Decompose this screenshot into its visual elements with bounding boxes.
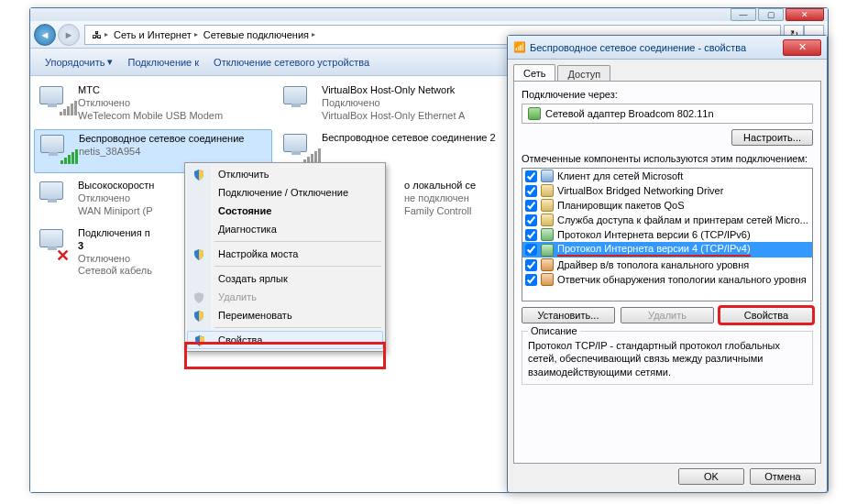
components-list[interactable]: Клиент для сетей Microsoft VirtualBox Br… <box>522 168 813 301</box>
tab-body: Подключение через: Сетевой адаптер Broad… <box>513 81 821 464</box>
component-item[interactable]: Ответчик обнаружения топологии канальног… <box>522 272 812 287</box>
connection-name: о локальной се <box>404 180 476 192</box>
ctx-create-shortcut[interactable]: Создать ярлык <box>187 269 383 288</box>
shield-icon <box>192 291 205 304</box>
driver-icon <box>541 258 554 271</box>
connection-status: Отключено <box>78 253 152 266</box>
service-icon <box>541 214 554 226</box>
ok-button[interactable]: OK <box>678 468 744 485</box>
component-checkbox[interactable] <box>525 259 537 271</box>
connection-status: не подключен <box>404 192 476 205</box>
component-checkbox[interactable] <box>525 229 537 241</box>
back-button[interactable]: ◄ <box>34 24 56 46</box>
forward-button[interactable]: ► <box>58 24 80 46</box>
ctx-delete: Удалить <box>187 288 383 306</box>
connection-device: Сетевой кабель <box>78 265 152 278</box>
wireless-icon: 📶 <box>513 41 526 53</box>
adapter-icon <box>528 107 541 120</box>
connection-name: VirtualBox Host-Only Network <box>322 84 465 97</box>
highlight-annotation <box>184 342 386 369</box>
protocol-icon <box>541 244 554 257</box>
connection-status: netis_38A954 <box>79 146 244 159</box>
component-item-selected[interactable]: Протокол Интернета версии 4 (TCP/IPv4) <box>522 242 812 257</box>
component-item[interactable]: Клиент для сетей Microsoft <box>522 169 812 183</box>
connection-status: Отключено <box>78 192 154 205</box>
maximize-button[interactable]: ▢ <box>758 8 784 21</box>
component-item[interactable]: Драйвер в/в тополога канального уровня <box>522 257 812 272</box>
connection-icon: ✕ <box>38 227 74 264</box>
cancel-button[interactable]: Отмена <box>750 468 816 485</box>
components-label: Отмеченные компоненты используются этим … <box>522 153 813 164</box>
dialog-title: Беспроводное сетевое соединение - свойст… <box>530 42 746 53</box>
client-icon <box>541 170 554 182</box>
error-icon: ✕ <box>56 246 70 266</box>
properties-dialog: 📶Беспроводное сетевое соединение - свойс… <box>507 35 828 493</box>
description-text: Протокол TCP/IP - стандартный протокол г… <box>528 339 807 378</box>
component-checkbox[interactable] <box>525 185 537 197</box>
service-icon <box>541 184 554 197</box>
explorer-titlebar: — ▢ ✕ <box>30 8 828 21</box>
ctx-bridge[interactable]: Настройка моста <box>187 245 383 263</box>
breadcrumb-item[interactable]: Сеть и Интернет <box>114 29 192 40</box>
tab-network[interactable]: Сеть <box>513 64 555 82</box>
component-item[interactable]: VirtualBox Bridged Networking Driver <box>522 183 812 198</box>
ctx-rename[interactable]: Переименовать <box>187 306 383 324</box>
connect-to-menu[interactable]: Подключение к <box>120 53 206 71</box>
shield-icon <box>192 169 205 181</box>
install-button[interactable]: Установить... <box>522 307 615 323</box>
connection-status: Подключено <box>322 97 465 110</box>
connection-device: VirtualBox Host-Only Ethernet A <box>322 110 465 123</box>
connection-status: Отключено <box>78 97 223 110</box>
connection-device: Family Controll <box>404 205 476 218</box>
tab-strip: Сеть Доступ <box>508 60 827 81</box>
connection-label: 3 <box>78 240 152 253</box>
component-checkbox[interactable] <box>525 214 537 226</box>
component-checkbox[interactable] <box>525 200 537 212</box>
minimize-button[interactable]: — <box>731 8 756 21</box>
connection-name: Высокоскоростн <box>78 180 154 192</box>
connection-device: WeTelecom Mobile USB Modem <box>78 110 223 123</box>
dialog-titlebar: 📶Беспроводное сетевое соединение - свойс… <box>508 36 827 60</box>
dialog-close-button[interactable]: ✕ <box>783 39 821 56</box>
component-item[interactable]: Планировщик пакетов QoS <box>522 198 812 213</box>
connection-name: Беспроводное сетевое соединение 2 <box>322 132 496 145</box>
uninstall-button: Удалить <box>621 307 714 323</box>
ctx-disable[interactable]: Отключить <box>187 165 383 183</box>
connection-icon <box>38 84 74 121</box>
connection-icon <box>38 180 74 216</box>
connect-via-label: Подключение через: <box>522 89 813 100</box>
component-checkbox[interactable] <box>525 274 537 286</box>
connection-item[interactable]: ✕ Подключения п 3 Отключено Сетевой кабе… <box>34 225 181 280</box>
connection-device: WAN Miniport (P <box>78 205 154 218</box>
breadcrumb-item[interactable]: Сетевые подключения <box>203 29 309 40</box>
connection-icon <box>281 84 318 121</box>
ctx-status[interactable]: Состояние <box>187 202 383 220</box>
context-menu: Отключить Подключение / Отключение Состо… <box>184 162 386 352</box>
organize-menu[interactable]: Упорядочить ▾ <box>38 52 120 71</box>
ctx-connect-disconnect[interactable]: Подключение / Отключение <box>187 183 383 202</box>
network-icon: 🖧 <box>92 29 102 40</box>
connection-name: Подключения п <box>78 227 152 240</box>
connection-item[interactable]: VirtualBox Host-Only Network Подключено … <box>278 82 516 125</box>
component-item[interactable]: Протокол Интернета версии 6 (TCP/IPv6) <box>522 227 812 242</box>
service-icon <box>541 199 554 212</box>
driver-icon <box>541 273 554 286</box>
adapter-field: Сетевой адаптер Broadcom 802.11n <box>522 104 813 124</box>
connection-item[interactable]: о локальной се не подключен Family Contr… <box>397 177 525 220</box>
description-title: Описание <box>528 325 580 336</box>
description-group: Описание Протокол TCP/IP - стандартный п… <box>522 331 813 385</box>
connection-item[interactable]: Высокоскоростн Отключено WAN Miniport (P <box>34 177 181 220</box>
adapter-name: Сетевой адаптер Broadcom 802.11n <box>545 108 714 119</box>
ctx-diagnose[interactable]: Диагностика <box>187 220 383 238</box>
connection-item[interactable]: МТС Отключено WeTelecom Mobile USB Modem <box>34 82 272 125</box>
disable-device-menu[interactable]: Отключение сетевого устройства <box>206 53 377 71</box>
protocol-icon <box>541 228 554 241</box>
component-checkbox[interactable] <box>525 244 537 256</box>
connection-name: МТС <box>78 84 223 97</box>
properties-button[interactable]: Свойства <box>720 307 813 323</box>
close-button[interactable]: ✕ <box>786 8 824 21</box>
shield-icon <box>192 248 205 261</box>
component-checkbox[interactable] <box>525 170 537 182</box>
configure-button[interactable]: Настроить... <box>731 129 813 146</box>
component-item[interactable]: Служба доступа к файлам и принтерам сете… <box>522 213 812 227</box>
